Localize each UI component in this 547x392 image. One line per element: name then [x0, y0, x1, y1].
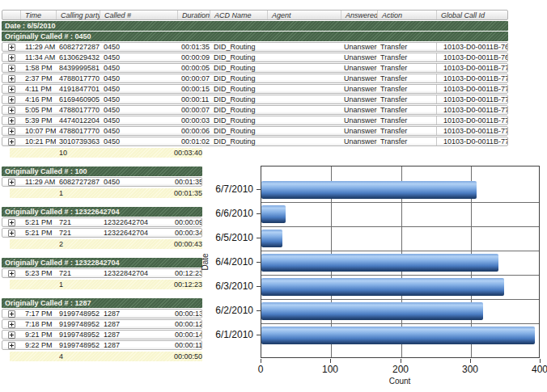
x-tick-label: 100 [314, 364, 346, 375]
horizontal-gridline [261, 299, 539, 300]
cell-duration: 00:00:14 [171, 331, 201, 339]
expand-cell [2, 128, 20, 135]
cell-action: Transfer [377, 43, 436, 51]
table-row[interactable]: 7:18 PM9199748952128700:00:12 [2, 319, 202, 329]
expand-cell [2, 54, 20, 61]
expand-row-button[interactable] [8, 44, 15, 51]
cell-time: 10:07 PM [20, 127, 56, 135]
expand-row-button[interactable] [8, 107, 15, 114]
group-total-row: 100:12:23 [10, 280, 202, 289]
y-tick-mark [257, 262, 261, 263]
table-row[interactable]: 5:21 PM7211232264270400:00:34 [2, 228, 202, 238]
call-report-page: TimeCalling party #Called #DurationACD N… [0, 0, 547, 392]
cell-acd: DID_Routing [210, 137, 267, 145]
table-row[interactable]: 10:07 PM4788017770045000:00:06DID_Routin… [2, 126, 508, 136]
expand-row-button[interactable] [8, 179, 15, 186]
expand-row-button[interactable] [8, 75, 15, 82]
column-header-duration: Duration [177, 11, 210, 19]
cell-time: 9:21 PM [20, 331, 56, 339]
table-row[interactable]: 5:39 PM4474012204045000:00:03DID_Routing… [2, 116, 508, 125]
column-header-action: Action [377, 11, 436, 19]
cell-calling: 9199748952 [56, 310, 100, 318]
cell-answered: Unanswered [341, 95, 377, 103]
table-row[interactable]: 4:11 PM4191847701045000:00:15DID_Routing… [2, 84, 508, 94]
cell-called: 0450 [100, 116, 177, 124]
cell-duration: 00:00:15 [177, 85, 210, 93]
table-row[interactable]: 5:21 PM7211232264270400:00:09 [2, 217, 202, 227]
group-total-row: 1000:03:40 [10, 148, 202, 158]
bar-slot [261, 251, 539, 275]
expand-cell [2, 270, 20, 277]
expand-row-button[interactable] [8, 86, 15, 93]
table-row[interactable]: 9:22 PM9199748952128700:00:11 [2, 340, 202, 350]
group-header: Originally Called # : 1287 [2, 298, 202, 308]
table-row[interactable]: 4:16 PM6169460905045000:00:11DID_Routing… [2, 95, 508, 104]
cell-calling: 6082727287 [56, 178, 100, 186]
cell-calling: 9199748952 [56, 331, 100, 339]
cell-calling: 6130629432 [56, 53, 100, 61]
table-row[interactable]: 10:21 PM3010739363045000:01:02DID_Routin… [2, 137, 508, 146]
expand-row-button[interactable] [8, 138, 15, 145]
expand-cell [2, 179, 20, 186]
cell-calling: 4788017770 [56, 106, 100, 114]
expand-row-button[interactable] [8, 342, 15, 349]
table-row[interactable]: 1:58 PM8439999581045000:00:05DID_Routing… [2, 63, 508, 73]
bar-slot [261, 323, 539, 348]
cell-calling: 721 [56, 229, 100, 237]
cell-duration: 00:00:09 [177, 53, 210, 61]
cell-global-id: 10103-D0-0011B-76F [436, 53, 507, 61]
table-row[interactable]: 2:37 PM4788017770045000:00:07DID_Routing… [2, 74, 508, 83]
cell-global-id: 10103-D0-0011B-77F [436, 137, 507, 145]
cell-called: 0450 [100, 127, 177, 135]
table-row[interactable]: 9:21 PM9199748952128700:00:14 [2, 330, 202, 339]
y-tick-label: 6/6/2010 [208, 209, 253, 218]
table-row[interactable]: 5:05 PM4788017770045000:00:07DID_Routing… [2, 105, 508, 115]
cell-acd: DID_Routing [210, 74, 267, 82]
cell-acd: DID_Routing [210, 43, 267, 51]
table-row[interactable]: 5:23 PM7211232284270400:12:23 [2, 268, 202, 278]
expand-row-button[interactable] [8, 117, 15, 124]
total-duration-value: 00:00:43 [170, 240, 202, 248]
cell-duration: 00:12:23 [171, 269, 201, 277]
cell-action: Transfer [377, 137, 436, 145]
cell-acd: DID_Routing [210, 95, 267, 103]
cell-called: 1287 [100, 310, 171, 318]
expand-cell [2, 65, 20, 72]
cell-global-id: 10103-D0-0011B-773 [436, 95, 507, 103]
cell-answered: Unanswered [341, 43, 377, 51]
x-tick-mark [470, 359, 471, 363]
cell-calling: 9199748952 [56, 341, 100, 349]
expand-row-button[interactable] [8, 270, 15, 277]
expand-row-button[interactable] [8, 65, 15, 72]
cell-duration: 00:01:02 [177, 137, 210, 145]
cell-calling: 6169460905 [56, 95, 100, 103]
table-row[interactable]: 11:29 AM6082727287045000:01:35 [2, 177, 202, 187]
table-row[interactable]: 11:29 AM6082727287045000:01:35DID_Routin… [2, 42, 508, 52]
cell-time: 7:17 PM [20, 310, 56, 318]
expand-row-button[interactable] [8, 321, 15, 328]
horizontal-gridline [261, 202, 539, 203]
expand-row-button[interactable] [8, 54, 15, 61]
table-row[interactable]: 11:34 AM6130629432045000:00:09DID_Routin… [2, 53, 508, 62]
expand-row-button[interactable] [8, 310, 15, 318]
y-tick-label: 6/3/2010 [208, 281, 253, 291]
cell-action: Transfer [377, 64, 436, 72]
y-tick-label: 6/1/2010 [208, 330, 253, 339]
group-header: Originally Called # : 100 [2, 166, 202, 176]
table-row[interactable]: 7:17 PM9199748952128700:00:13 [2, 309, 202, 318]
cell-global-id: 10103-D0-0011B-774 [436, 106, 507, 114]
expand-row-button[interactable] [8, 219, 15, 226]
horizontal-gridline [261, 275, 539, 276]
cell-called: 1287 [100, 320, 171, 328]
cell-called: 0450 [100, 43, 177, 51]
expand-row-button[interactable] [8, 128, 15, 135]
expand-row-button[interactable] [8, 331, 15, 339]
expand-cell [2, 138, 20, 145]
x-tick-mark [261, 359, 261, 363]
y-tick-label: 6/4/2010 [208, 257, 253, 267]
cell-calling: 4191847701 [56, 85, 100, 93]
expand-row-button[interactable] [8, 96, 15, 103]
cell-duration: 00:00:11 [171, 341, 201, 349]
expand-row-button[interactable] [8, 230, 15, 237]
group-section[interactable]: Originally Called # : 045011:29 AM608272… [2, 32, 510, 158]
